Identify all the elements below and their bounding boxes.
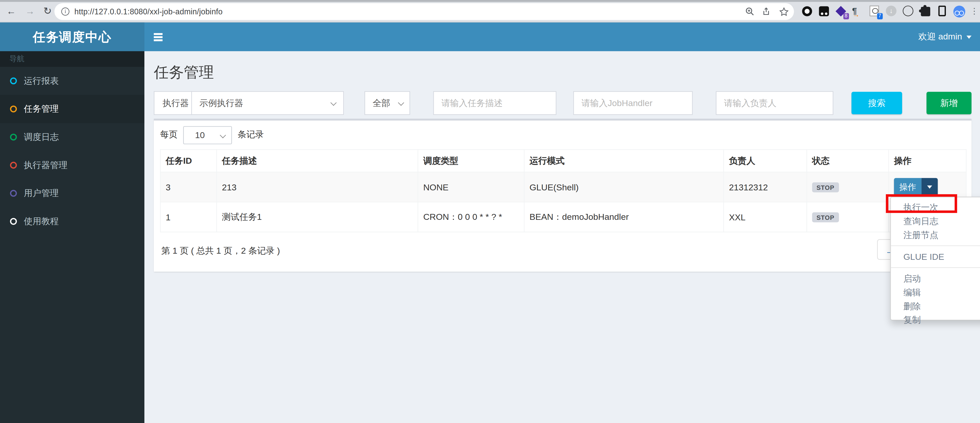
app-header: 任务调度中心 欢迎 admin — [0, 22, 980, 51]
circle-icon — [10, 218, 17, 225]
status-badge: STOP — [812, 212, 839, 222]
col-header-schedule: 调度类型 — [418, 150, 524, 172]
site-info-icon[interactable]: i — [61, 8, 70, 16]
sidebar-item-run-report[interactable]: 运行报表 — [0, 67, 145, 95]
page-size-select[interactable]: 10 — [183, 126, 232, 144]
table-header-row: 任务ID 任务描述 调度类型 运行模式 负责人 状态 操作 — [160, 150, 966, 172]
cell-owner: XXL — [724, 202, 807, 232]
menu-item-start[interactable]: 启动 — [891, 272, 980, 285]
back-icon[interactable]: ← — [5, 5, 18, 18]
screen: ← → ↻ i http://127.0.0.1:8080/xxl-job-ad… — [0, 0, 980, 423]
sidebar-item-schedule-log[interactable]: 调度日志 — [0, 123, 145, 151]
sidebar-item-label: 任务管理 — [24, 103, 59, 114]
menu-divider — [891, 246, 980, 246]
download-icon[interactable]: ↓ — [886, 6, 897, 17]
browser-toolbar: ← → ↻ i http://127.0.0.1:8080/xxl-job-ad… — [0, 0, 980, 22]
address-bar[interactable]: i http://127.0.0.1:8080/xxl-job-admin/jo… — [54, 3, 794, 20]
sidebar-section-label: 导航 — [0, 51, 145, 67]
extension-palm-icon[interactable] — [903, 6, 914, 17]
operate-caret-button[interactable] — [921, 178, 938, 196]
content-area: 任务管理 执行器 示例执行器 全部 请输入任务描述 请输入JobHandler … — [145, 51, 980, 423]
sidebar-item-executor-manage[interactable]: 执行器管理 — [0, 151, 145, 179]
chevron-down-icon — [220, 132, 226, 138]
menu-item-glue-ide[interactable]: GLUE IDE — [891, 250, 980, 264]
col-header-mode: 运行模式 — [524, 150, 724, 172]
menu-item-edit[interactable]: 编辑 — [891, 285, 980, 299]
executor-select[interactable]: 示例执行器 — [191, 91, 344, 115]
chevron-down-icon — [398, 100, 404, 106]
window-edge — [0, 0, 980, 2]
welcome-text: 欢迎 admin — [918, 31, 962, 43]
circle-icon — [10, 190, 17, 197]
extension-image-icon[interactable]: 7 — [869, 6, 880, 17]
jobhandler-input[interactable]: 请输入JobHandler — [573, 91, 693, 115]
menu-item-copy[interactable]: 复制 — [891, 313, 980, 327]
add-button[interactable]: 新增 — [926, 92, 972, 114]
extension-badge: 8 — [843, 13, 849, 19]
col-header-actions: 操作 — [889, 150, 966, 172]
user-menu[interactable]: 欢迎 admin — [918, 22, 972, 51]
cell-schedule: NONE — [418, 172, 524, 202]
extension-pilcrow-icon[interactable]: ¶→ — [852, 6, 863, 17]
col-header-owner: 负责人 — [724, 150, 807, 172]
circle-icon — [10, 78, 17, 84]
cell-desc: 测试任务1 — [217, 202, 418, 232]
sidebar-item-tutorial[interactable]: 使用教程 — [0, 207, 145, 236]
search-button[interactable]: 搜索 — [851, 92, 902, 114]
menu-item-registry-node[interactable]: 注册节点 — [891, 228, 980, 242]
sidebar-toggle-icon[interactable] — [145, 22, 172, 51]
sidebar-item-user-manage[interactable]: 用户管理 — [0, 179, 145, 208]
col-header-job-id: 任务ID — [160, 150, 216, 172]
table-row: 1 测试任务1 CRON：0 0 0 * * ? * BEAN：demoJobH… — [160, 202, 966, 232]
executor-label: 执行器 — [154, 91, 197, 115]
pagination-summary: 第 1 页 ( 总共 1 页，2 条记录 ) — [161, 246, 280, 257]
sidebar-item-label: 用户管理 — [24, 187, 59, 199]
caret-down-icon — [927, 185, 932, 189]
extension-ring-icon[interactable] — [802, 6, 813, 17]
chrome-menu-icon[interactable]: ⋮ — [970, 6, 977, 17]
extension-phone-icon[interactable] — [936, 6, 948, 17]
sidebar-item-label: 调度日志 — [24, 131, 59, 143]
circle-icon — [10, 106, 17, 112]
sidebar-item-label: 执行器管理 — [24, 160, 68, 171]
cell-job-id: 3 — [160, 172, 216, 202]
sidebar-item-label: 使用教程 — [24, 216, 59, 227]
owner-input[interactable]: 请输入负责人 — [716, 91, 833, 115]
col-header-desc: 任务描述 — [217, 150, 418, 172]
operate-split-button[interactable]: 操作 — [894, 178, 938, 196]
sidebar: 导航 运行报表 任务管理 调度日志 执行器管理 用户管理 使用教程 — [0, 51, 145, 423]
menu-item-delete[interactable]: 删除 — [891, 299, 980, 313]
operate-dropdown-menu: 执行一次 查询日志 注册节点 GLUE IDE 启动 编辑 删除 复制 — [890, 197, 980, 320]
sidebar-item-job-manage[interactable]: 任务管理 — [0, 95, 145, 123]
status-filter-select[interactable]: 全部 — [364, 91, 410, 115]
job-table: 任务ID 任务描述 调度类型 运行模式 负责人 状态 操作 3 213 NONE — [160, 149, 966, 232]
page-size-prefix: 每页 — [160, 129, 178, 141]
cell-schedule: CRON：0 0 0 * * ? * — [418, 202, 524, 232]
share-icon[interactable] — [762, 7, 772, 16]
job-desc-input[interactable]: 请输入任务描述 — [433, 91, 556, 115]
menu-item-run-once[interactable]: 执行一次 — [891, 200, 980, 214]
extensions-puzzle-icon[interactable] — [920, 6, 931, 17]
profile-avatar[interactable] — [953, 6, 965, 17]
cell-owner: 21312312 — [724, 172, 807, 202]
operate-button[interactable]: 操作 — [894, 178, 921, 196]
sidebar-item-label: 运行报表 — [24, 75, 59, 87]
circle-icon — [10, 162, 17, 169]
extension-dots-icon[interactable] — [818, 6, 830, 17]
col-header-status: 状态 — [807, 150, 889, 172]
cell-mode: BEAN：demoJobHandler — [524, 202, 724, 232]
circle-icon — [10, 134, 17, 141]
page-size-suffix: 条记录 — [237, 129, 264, 141]
reload-icon[interactable]: ↻ — [41, 5, 54, 18]
status-badge: STOP — [812, 182, 839, 192]
extension-diamond-icon[interactable]: 8 — [835, 6, 846, 17]
chevron-down-icon — [330, 100, 337, 106]
table-row: 3 213 NONE GLUE(Shell) 21312312 STOP 操作 — [160, 172, 966, 202]
extension-badge: 7 — [877, 13, 883, 19]
menu-divider — [891, 267, 980, 268]
bookmark-star-icon[interactable] — [779, 7, 789, 17]
zoom-icon[interactable] — [745, 7, 755, 16]
app-logo[interactable]: 任务调度中心 — [0, 22, 145, 51]
menu-item-query-log[interactable]: 查询日志 — [891, 214, 980, 228]
forward-icon[interactable]: → — [24, 5, 37, 18]
